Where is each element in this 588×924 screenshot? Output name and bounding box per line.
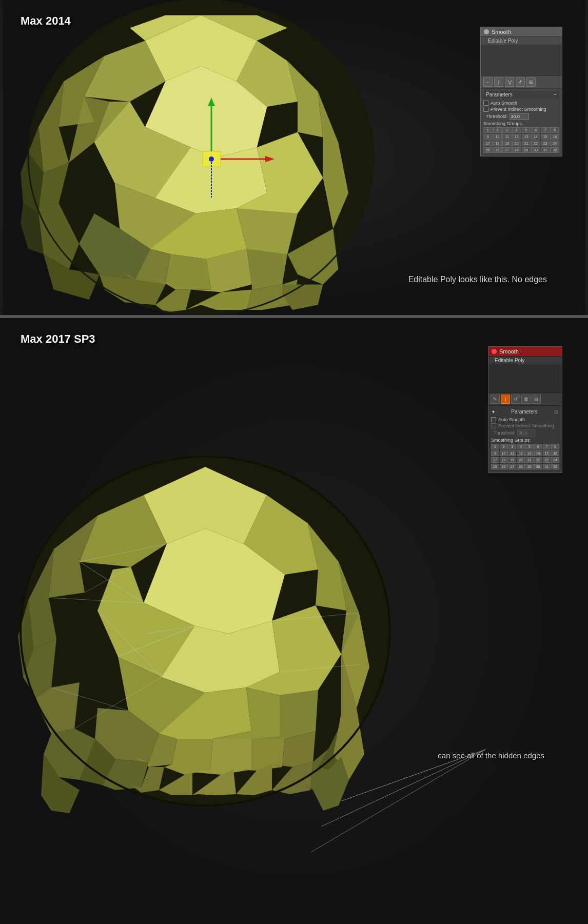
b-sg-btn-14[interactable]: 14 [534, 450, 542, 456]
bottom-panel-toolbar: ✎ | ↺ 🗑 ⊞ [488, 392, 562, 406]
top-toolbar-btn-3[interactable]: ⋁ [505, 77, 514, 87]
sg-btn-21[interactable]: 21 [522, 141, 531, 146]
sg-btn-6[interactable]: 6 [531, 127, 540, 133]
b-sg-btn-28[interactable]: 28 [517, 464, 525, 469]
sg-btn-14[interactable]: 14 [531, 134, 540, 140]
bottom-auto-smooth-checkbox[interactable] [491, 417, 496, 422]
top-toolbar-btn-4[interactable]: ↺ [516, 77, 525, 87]
sg-btn-28[interactable]: 28 [512, 147, 521, 153]
top-prevent-indirect-row: Prevent Indirect Smoothing [483, 107, 559, 112]
b-sg-btn-11[interactable]: 11 [508, 450, 517, 456]
bottom-smoothing-grid-row4: 25 26 27 28 29 30 31 32 [491, 464, 559, 469]
b-sg-btn-25[interactable]: 25 [491, 464, 499, 469]
top-smoothing-groups-label: Smoothing Groups: [483, 121, 559, 126]
sg-btn-4[interactable]: 4 [512, 127, 521, 133]
b-sg-btn-17[interactable]: 17 [491, 457, 499, 463]
sg-btn-31[interactable]: 31 [541, 147, 550, 153]
sg-btn-18[interactable]: 18 [493, 141, 502, 146]
bottom-section: Max 2017 SP3 can see all of the hidden e… [0, 318, 588, 924]
bottom-toolbar-btn-5[interactable]: ⊞ [532, 395, 541, 404]
top-panel-toolbar: ← | ⋁ ↺ ⊞ [481, 75, 562, 89]
b-sg-btn-26[interactable]: 26 [500, 464, 508, 469]
b-sg-btn-5[interactable]: 5 [525, 444, 534, 449]
b-sg-btn-29[interactable]: 29 [525, 464, 534, 469]
b-sg-btn-19[interactable]: 19 [508, 457, 517, 463]
sg-btn-11[interactable]: 11 [502, 134, 512, 140]
svg-marker-20 [247, 249, 287, 289]
b-sg-btn-24[interactable]: 24 [551, 457, 559, 463]
bottom-toolbar-btn-2[interactable]: | [501, 395, 510, 404]
b-sg-btn-30[interactable]: 30 [534, 464, 542, 469]
b-sg-btn-4[interactable]: 4 [517, 444, 525, 449]
svg-point-44 [209, 156, 214, 162]
bottom-panel-header: Smooth [488, 347, 562, 357]
b-sg-btn-10[interactable]: 10 [500, 450, 508, 456]
sg-btn-22[interactable]: 22 [531, 141, 540, 146]
sg-btn-24[interactable]: 24 [550, 141, 559, 146]
top-toolbar-btn-5[interactable]: ⊞ [526, 77, 536, 87]
bottom-prevent-indirect-checkbox[interactable] [491, 423, 496, 428]
sg-btn-7[interactable]: 7 [541, 127, 550, 133]
sg-btn-32[interactable]: 32 [550, 147, 559, 153]
b-sg-btn-13[interactable]: 13 [525, 450, 534, 456]
b-sg-btn-1[interactable]: 1 [491, 444, 499, 449]
bottom-toolbar-btn-1[interactable]: ✎ [491, 395, 500, 404]
b-sg-btn-3[interactable]: 3 [508, 444, 517, 449]
sg-btn-12[interactable]: 12 [512, 134, 521, 140]
top-threshold-row: Threshold: [483, 113, 559, 120]
bottom-toolbar-btn-4[interactable]: 🗑 [521, 395, 531, 404]
bottom-panel-subitem: Editable Poly [488, 357, 562, 364]
bottom-threshold-input[interactable] [517, 429, 535, 437]
top-toolbar-btn-2[interactable]: | [494, 77, 503, 87]
sg-btn-8[interactable]: 8 [550, 127, 559, 133]
sg-btn-30[interactable]: 30 [531, 147, 540, 153]
sg-btn-3[interactable]: 3 [502, 127, 512, 133]
b-sg-btn-2[interactable]: 2 [500, 444, 508, 449]
top-threshold-input[interactable] [509, 113, 529, 120]
sg-btn-15[interactable]: 15 [541, 134, 550, 140]
top-panel-header: Smooth [481, 27, 562, 37]
sg-btn-25[interactable]: 25 [483, 147, 493, 153]
top-panel-params: Parameters − Auto Smooth Prevent Indirec… [481, 89, 562, 156]
b-sg-btn-9[interactable]: 9 [491, 450, 499, 456]
sg-btn-23[interactable]: 23 [541, 141, 550, 146]
bottom-auto-smooth-label: Auto Smooth [498, 417, 525, 422]
b-sg-btn-12[interactable]: 12 [517, 450, 525, 456]
bottom-panel-preview [488, 364, 562, 392]
b-sg-btn-22[interactable]: 22 [534, 457, 542, 463]
top-auto-smooth-checkbox[interactable] [483, 101, 488, 106]
b-sg-btn-32[interactable]: 32 [551, 464, 559, 469]
bottom-panel-icon [492, 349, 497, 354]
sg-btn-27[interactable]: 27 [502, 147, 512, 153]
top-toolbar-btn-1[interactable]: ← [483, 77, 493, 87]
b-sg-btn-6[interactable]: 6 [534, 444, 542, 449]
sg-btn-19[interactable]: 19 [502, 141, 512, 146]
sg-btn-10[interactable]: 10 [493, 134, 502, 140]
bottom-section-label: Max 2017 SP3 [21, 332, 95, 346]
sg-btn-20[interactable]: 20 [512, 141, 521, 146]
sg-btn-9[interactable]: 9 [483, 134, 493, 140]
top-smoothing-grid-row3: 17 18 19 20 21 22 23 24 [483, 141, 559, 146]
b-sg-btn-31[interactable]: 31 [543, 464, 551, 469]
sg-btn-2[interactable]: 2 [493, 127, 502, 133]
top-threshold-label: Threshold: [486, 114, 508, 119]
top-section: Max 2014 Editable Poly looks like this. … [0, 0, 588, 318]
sg-btn-26[interactable]: 26 [493, 147, 502, 153]
top-prevent-indirect-checkbox[interactable] [483, 107, 488, 112]
b-sg-btn-8[interactable]: 8 [551, 444, 559, 449]
sg-btn-29[interactable]: 29 [522, 147, 531, 153]
sg-btn-16[interactable]: 16 [550, 134, 559, 140]
bottom-toolbar-btn-3[interactable]: ↺ [511, 395, 520, 404]
b-sg-btn-7[interactable]: 7 [543, 444, 551, 449]
b-sg-btn-18[interactable]: 18 [500, 457, 508, 463]
b-sg-btn-23[interactable]: 23 [543, 457, 551, 463]
b-sg-btn-21[interactable]: 21 [525, 457, 534, 463]
sg-btn-13[interactable]: 13 [522, 134, 531, 140]
b-sg-btn-16[interactable]: 16 [551, 450, 559, 456]
b-sg-btn-20[interactable]: 20 [517, 457, 525, 463]
b-sg-btn-15[interactable]: 15 [543, 450, 551, 456]
b-sg-btn-27[interactable]: 27 [508, 464, 517, 469]
sg-btn-17[interactable]: 17 [483, 141, 493, 146]
sg-btn-5[interactable]: 5 [522, 127, 531, 133]
sg-btn-1[interactable]: 1 [483, 127, 493, 133]
